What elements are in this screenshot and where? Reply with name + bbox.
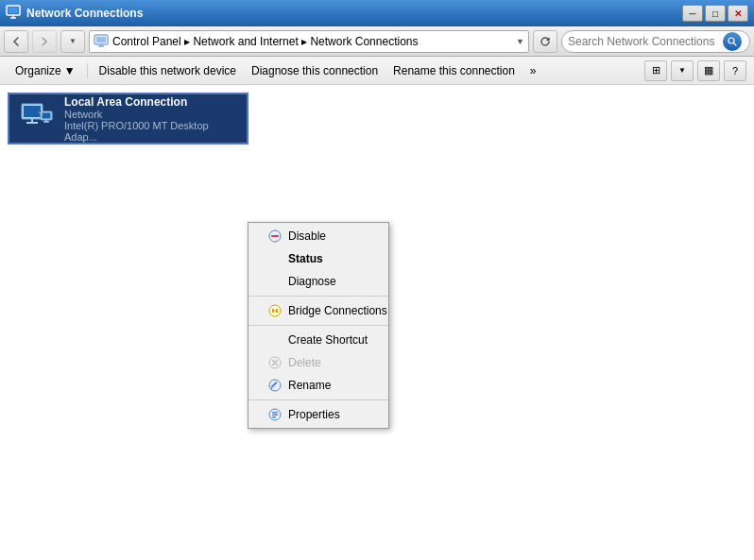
toolbar: Organize ▼ Disable this network device D…	[0, 57, 754, 85]
svg-rect-1	[9, 8, 18, 13]
context-rename-label: Rename	[288, 379, 331, 392]
search-box[interactable]	[561, 30, 750, 53]
connection-type: Network	[64, 109, 239, 120]
svg-line-9	[734, 42, 737, 45]
organize-button[interactable]: Organize ▼	[8, 57, 83, 84]
title-bar-left: Network Connections	[6, 5, 143, 23]
organize-label: Organize	[15, 64, 61, 77]
context-menu-shortcut[interactable]: Create Shortcut	[248, 329, 388, 351]
close-button[interactable]: ✕	[728, 5, 748, 22]
diagnose-button[interactable]: Diagnose this connection	[244, 57, 386, 84]
maximize-button[interactable]: □	[705, 5, 726, 22]
address-icon	[94, 32, 109, 50]
svg-rect-26	[272, 412, 278, 414]
context-bridge-label: Bridge Connections	[288, 304, 387, 317]
status-icon-placeholder	[267, 251, 283, 266]
nav-bar: ▼ Control Panel ▸ Network and Internet ▸…	[0, 26, 754, 57]
svg-rect-28	[272, 416, 276, 418]
context-menu: Disable Status Diagnose	[248, 222, 389, 429]
forward-button[interactable]	[32, 30, 57, 53]
address-dropdown-arrow[interactable]: ▼	[516, 37, 524, 46]
title-bar-controls: ─ □ ✕	[682, 5, 748, 22]
svg-rect-27	[272, 415, 278, 416]
context-menu-disable[interactable]: Disable	[248, 225, 388, 247]
back-button[interactable]	[4, 30, 28, 53]
properties-icon	[267, 407, 283, 422]
context-menu-diagnose[interactable]: Diagnose	[248, 270, 388, 293]
rename-label: Rename this connection	[393, 64, 515, 77]
refresh-button[interactable]	[533, 30, 557, 53]
context-menu-properties[interactable]: Properties	[248, 403, 388, 426]
address-text: Control Panel ▸ Network and Internet ▸ N…	[112, 35, 512, 48]
context-menu-sep1	[248, 296, 388, 297]
disable-icon	[267, 229, 283, 244]
context-status-label: Status	[288, 252, 323, 265]
address-bar[interactable]: Control Panel ▸ Network and Internet ▸ N…	[89, 30, 529, 53]
shortcut-icon-placeholder	[267, 332, 283, 348]
toolbar-separator-1	[87, 63, 88, 78]
search-button[interactable]	[723, 32, 742, 51]
minimize-button[interactable]: ─	[682, 5, 703, 22]
dropdown-button[interactable]: ▼	[60, 30, 85, 53]
context-menu-status[interactable]: Status	[248, 247, 388, 270]
more-button[interactable]: »	[523, 57, 544, 84]
svg-rect-15	[43, 112, 51, 118]
context-menu-rename[interactable]: Rename	[248, 374, 388, 397]
context-menu-sep2	[248, 325, 388, 326]
context-delete-label: Delete	[288, 356, 321, 369]
diagnose-icon-placeholder	[267, 274, 283, 289]
connection-item[interactable]: Local Area Connection Network Intel(R) P…	[8, 93, 248, 144]
context-diagnose-label: Diagnose	[288, 275, 336, 288]
connection-info: Local Area Connection Network Intel(R) P…	[64, 95, 239, 143]
connection-adapter: Intel(R) PRO/1000 MT Desktop Adap...	[64, 120, 239, 143]
diagnose-label: Diagnose this connection	[251, 64, 378, 77]
svg-rect-5	[96, 37, 106, 42]
view-button[interactable]: ⊞	[644, 60, 667, 81]
context-disable-label: Disable	[288, 229, 326, 243]
help-button[interactable]: ?	[724, 60, 746, 81]
window-icon	[6, 5, 21, 23]
context-properties-label: Properties	[288, 408, 340, 421]
delete-icon	[267, 355, 283, 370]
pane-button[interactable]: ▦	[697, 60, 720, 81]
search-input[interactable]	[568, 35, 719, 48]
connection-icon	[17, 100, 55, 138]
rename-icon	[267, 378, 283, 393]
context-menu-bridge[interactable]: Bridge Connections	[248, 299, 388, 322]
file-area: Local Area Connection Network Intel(R) P…	[0, 85, 754, 560]
more-label: »	[530, 64, 537, 77]
toolbar-right: ⊞ ▼ ▦ ?	[644, 60, 746, 81]
context-menu-sep3	[248, 399, 388, 400]
organize-arrow: ▼	[64, 64, 76, 77]
connection-name: Local Area Connection	[64, 95, 239, 109]
disable-network-button[interactable]: Disable this network device	[92, 57, 244, 84]
title-bar: Network Connections ─ □ ✕	[0, 0, 754, 26]
rename-button[interactable]: Rename this connection	[386, 57, 523, 84]
disable-label: Disable this network device	[99, 64, 236, 77]
view-dropdown-button[interactable]: ▼	[671, 60, 694, 81]
window-title: Network Connections	[26, 7, 143, 20]
main-content: Local Area Connection Network Intel(R) P…	[0, 85, 754, 560]
context-shortcut-label: Create Shortcut	[288, 333, 368, 347]
bridge-icon	[267, 303, 283, 318]
context-menu-delete: Delete	[248, 351, 388, 374]
